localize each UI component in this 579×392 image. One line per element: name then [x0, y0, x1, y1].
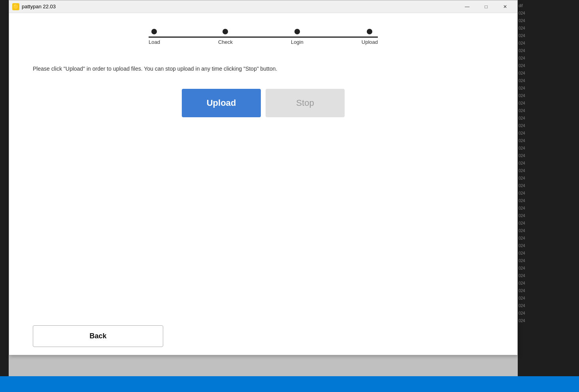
action-buttons: Upload Stop	[33, 89, 494, 117]
background-left-panel	[0, 0, 9, 392]
title-bar-left: 🟡 pattypan 22.03	[12, 3, 56, 10]
back-button[interactable]: Back	[33, 325, 163, 347]
title-bar: 🟡 pattypan 22.03 — □ ✕	[9, 0, 517, 13]
step-login: Login	[291, 29, 304, 45]
step-upload: Upload	[362, 29, 378, 45]
step-load-dot	[151, 29, 157, 34]
step-load-label: Load	[149, 39, 160, 45]
step-upload-label: Upload	[362, 39, 378, 45]
step-load: Load	[149, 29, 160, 45]
close-button[interactable]: ✕	[496, 0, 514, 13]
step-check-label: Check	[218, 39, 233, 45]
step-login-dot	[294, 29, 300, 34]
dialog-window: 🟡 pattypan 22.03 — □ ✕ Load Check	[9, 0, 518, 355]
stop-button[interactable]: Stop	[266, 89, 345, 117]
app-icon: 🟡	[12, 3, 19, 10]
maximize-button[interactable]: □	[477, 0, 495, 13]
background-right-panel: dif 024 024 024 024 024 024 024 024 024 …	[518, 0, 579, 392]
stepper-steps: Load Check Login Upload	[149, 29, 378, 45]
description-text: Please click "Upload" in order to upload…	[33, 65, 494, 73]
minimize-button[interactable]: —	[458, 0, 476, 13]
step-login-label: Login	[291, 39, 304, 45]
step-check-dot	[223, 29, 228, 34]
stepper: Load Check Login Upload	[33, 29, 494, 45]
step-check: Check	[218, 29, 233, 45]
window-title: pattypan 22.03	[22, 4, 56, 9]
taskbar	[0, 376, 579, 392]
dialog-content: Load Check Login Upload Please click "Up…	[9, 13, 517, 319]
title-bar-controls: — □ ✕	[458, 0, 514, 13]
bottom-bar: Back	[9, 319, 517, 355]
upload-button[interactable]: Upload	[182, 89, 261, 117]
step-upload-dot	[367, 29, 372, 34]
